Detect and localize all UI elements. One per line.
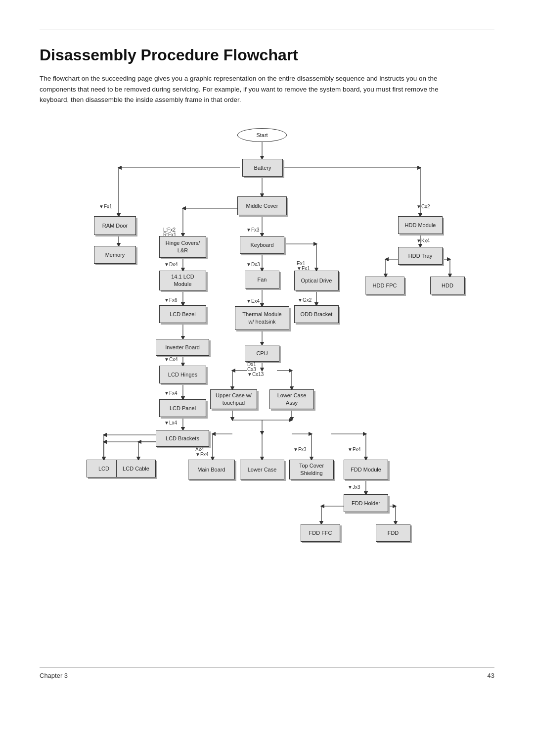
node-inverter-board: Inverter Board bbox=[156, 339, 209, 356]
label-fx4-lcd: ▼Fx4 bbox=[164, 390, 178, 396]
node-middle-cover: Middle Cover bbox=[237, 196, 287, 215]
description: The flowchart on the succeeding page giv… bbox=[40, 73, 445, 105]
label-cx13: ▼Cx13 bbox=[247, 372, 264, 377]
node-hdd: HDD bbox=[430, 277, 465, 294]
node-thermal-module: Thermal Module w/ heatsink bbox=[235, 306, 289, 330]
node-lcd-panel: LCD Panel bbox=[159, 399, 206, 417]
node-odd-bracket: ODD Bracket bbox=[294, 305, 339, 323]
label-rfx1: R:Fx1 bbox=[163, 232, 177, 237]
label-dx4: ▼Dx4 bbox=[164, 262, 178, 267]
footer-chapter: Chapter 3 bbox=[40, 672, 68, 679]
label-kx4: ▼Kx4 bbox=[416, 238, 430, 243]
label-lx4: ▼Lx4 bbox=[164, 420, 177, 425]
node-hinge-covers: Hinge Covers/ L&R bbox=[159, 236, 206, 258]
node-upper-case: Upper Case w/ touchpad bbox=[210, 389, 257, 409]
label-fx4-main: ▼Fx4 bbox=[195, 452, 209, 457]
node-lcd-bezel: LCD Bezel bbox=[159, 305, 206, 323]
page: Disassembly Procedure Flowchart The flow… bbox=[0, 0, 534, 719]
node-fdd-holder: FDD Holder bbox=[344, 494, 388, 512]
node-fdd: FDD bbox=[376, 524, 410, 542]
label-fx1-left: ▼Fx1 bbox=[99, 204, 112, 209]
top-rule bbox=[40, 30, 494, 30]
node-start: Start bbox=[237, 128, 287, 142]
node-hdd-tray: HDD Tray bbox=[398, 247, 443, 265]
node-hdd-module: HDD Module bbox=[398, 216, 443, 234]
label-gx2: ▼Gx2 bbox=[298, 297, 312, 303]
node-lower-case-assy: Lower Case Assy bbox=[269, 389, 314, 409]
node-lcd-brackets: LCD Brackets bbox=[156, 430, 209, 447]
label-jx3: ▼Jx3 bbox=[348, 484, 360, 490]
node-memory: Memory bbox=[94, 246, 136, 264]
node-keyboard: Keyboard bbox=[240, 236, 284, 254]
node-lcd-module: 14.1 LCD Module bbox=[159, 271, 206, 290]
node-hdd-fpc: HDD FPC bbox=[365, 277, 404, 294]
flowchart: Start Battery Middle Cover RAM Door Memo… bbox=[40, 123, 494, 648]
label-fx6: ▼Fx6 bbox=[164, 297, 178, 303]
footer: Chapter 3 43 bbox=[40, 668, 494, 679]
label-fx1-opt: ▼Fx1 bbox=[297, 266, 310, 271]
page-title: Disassembly Procedure Flowchart bbox=[40, 46, 494, 64]
node-lower-case: Lower Case bbox=[240, 460, 284, 479]
node-cpu: CPU bbox=[245, 345, 279, 362]
label-cx4: ▼Cx4 bbox=[164, 357, 178, 362]
node-lcd-hinges: LCD Hinges bbox=[159, 366, 206, 383]
node-fdd-ffc: FDD FFC bbox=[301, 524, 340, 542]
label-ex4: ▼Ex4 bbox=[246, 298, 260, 304]
node-ram-door: RAM Door bbox=[94, 216, 136, 235]
node-main-board: Main Board bbox=[188, 460, 235, 479]
label-fx3-top: ▼Fx3 bbox=[293, 447, 307, 452]
node-fdd-module: FDD Module bbox=[344, 460, 388, 479]
node-optical-drive: Optical Drive bbox=[294, 271, 339, 290]
node-fan: Fan bbox=[245, 271, 279, 288]
node-top-cover-shielding: Top Cover Shielding bbox=[289, 460, 334, 479]
label-cx2: ▼Cx2 bbox=[416, 204, 430, 209]
label-fx3-kbd: ▼Fx3 bbox=[246, 227, 260, 233]
node-lcd-cable: LCD Cable bbox=[116, 460, 156, 477]
node-battery: Battery bbox=[242, 159, 283, 177]
label-fx4-fdd: ▼Fx4 bbox=[348, 447, 361, 452]
label-dx3: ▼Dx3 bbox=[246, 262, 260, 267]
footer-page: 43 bbox=[488, 672, 494, 679]
